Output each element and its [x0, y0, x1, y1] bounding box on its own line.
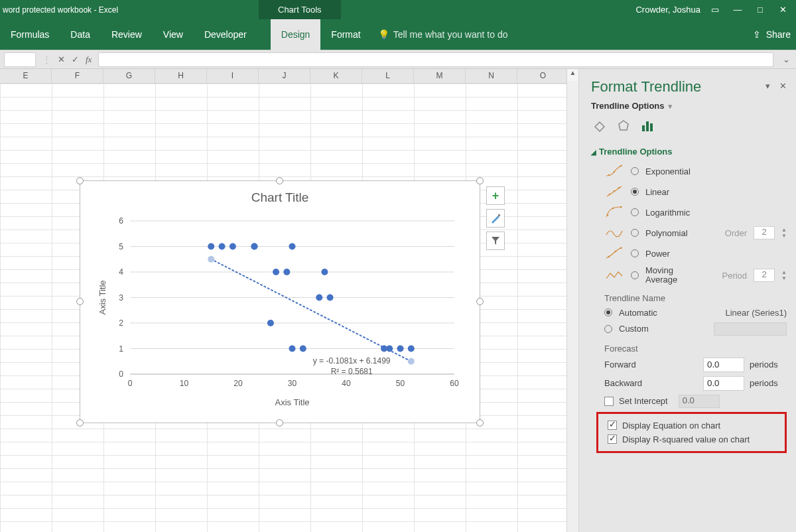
radio[interactable] — [631, 188, 639, 196]
resize-handle[interactable] — [276, 419, 283, 427]
radio[interactable] — [631, 249, 639, 257]
display-r-squared-row[interactable]: Display R-squared value on chart — [608, 434, 783, 444]
svg-text:0: 0 — [119, 369, 123, 379]
spreadsheet-grid[interactable]: EFGHIJKLMNO Chart Title + 01234560102030… — [0, 69, 566, 532]
column-header[interactable]: I — [207, 69, 259, 83]
fill-and-line-tab-icon[interactable] — [591, 117, 608, 135]
name-box[interactable] — [4, 52, 36, 67]
chart-styles-button[interactable] — [486, 209, 505, 228]
svg-point-32 — [251, 243, 257, 250]
resize-handle[interactable] — [76, 298, 84, 305]
chart-filters-button[interactable] — [486, 232, 505, 250]
intercept-value-input[interactable]: 0.0 — [679, 395, 720, 408]
share-button[interactable]: Share — [766, 29, 791, 40]
chart-title[interactable]: Chart Title — [80, 190, 480, 205]
insert-function-button[interactable]: fx — [86, 54, 92, 65]
trendline-type-linear[interactable]: Linear — [604, 184, 787, 200]
svg-point-26 — [208, 256, 214, 263]
embedded-chart[interactable]: Chart Title + 01234560102030405060Axis T… — [80, 180, 480, 423]
tab-developer[interactable]: Developer — [194, 19, 257, 50]
column-header[interactable]: G — [103, 69, 155, 83]
expand-formula-bar-icon[interactable]: ⌄ — [780, 54, 792, 64]
resize-handle[interactable] — [476, 177, 484, 184]
formula-input[interactable] — [98, 52, 773, 67]
radio[interactable] — [631, 167, 639, 175]
minimize-button[interactable]: — — [730, 0, 746, 19]
tab-data[interactable]: Data — [60, 19, 101, 50]
tab-review[interactable]: Review — [101, 19, 153, 50]
radio[interactable] — [631, 229, 639, 237]
taskpane-options-icon[interactable]: ▾ — [765, 81, 770, 91]
resize-handle[interactable] — [476, 419, 484, 427]
svg-point-43 — [386, 346, 393, 352]
backward-input[interactable] — [703, 376, 744, 391]
moving-average-period-input[interactable]: 2 — [754, 269, 775, 282]
scroll-up-icon[interactable]: ▲ — [567, 69, 578, 81]
svg-text:0: 0 — [128, 379, 133, 388]
trendline-options-section[interactable]: ◢Trendline Options — [591, 147, 787, 157]
trendline-type-moving-average[interactable]: Moving Average Period 2 ▲▼ — [604, 266, 787, 285]
checkbox[interactable] — [604, 397, 614, 406]
resize-handle[interactable] — [76, 177, 84, 184]
tab-view[interactable]: View — [153, 19, 194, 50]
display-equation-row[interactable]: Display Equation on chart — [608, 421, 783, 431]
enter-formula-icon[interactable]: ✓ — [72, 54, 79, 64]
chart-elements-button[interactable]: + — [486, 186, 505, 205]
forward-input[interactable] — [703, 358, 744, 372]
highlighted-options: Display Equation on chart Display R-squa… — [596, 412, 787, 453]
trendline-type-exponential[interactable]: Exponential — [604, 163, 787, 179]
user-name[interactable]: Crowder, Joshua — [635, 0, 700, 19]
column-header[interactable]: N — [466, 69, 517, 83]
svg-rect-51 — [650, 123, 653, 131]
checkbox[interactable] — [608, 434, 617, 444]
trendline-type-power[interactable]: Power — [604, 245, 787, 261]
custom-name-input[interactable] — [714, 322, 787, 336]
trendline-name-automatic[interactable]: Automatic Linear (Series1) — [604, 308, 787, 318]
resize-handle[interactable] — [476, 298, 484, 305]
vertical-scrollbar[interactable]: ▲ — [566, 69, 578, 532]
taskpane-selector[interactable]: Trendline Options ▼ — [591, 101, 787, 111]
column-header[interactable]: H — [155, 69, 207, 83]
radio[interactable] — [604, 308, 612, 316]
spinner-icon[interactable]: ▲▼ — [781, 227, 787, 239]
column-header[interactable]: O — [517, 69, 569, 83]
trendline-type-polynomial[interactable]: Polynomial Order 2 ▲▼ — [604, 225, 787, 241]
column-header[interactable]: M — [414, 69, 466, 83]
svg-point-44 — [397, 346, 404, 352]
cancel-formula-icon[interactable]: ✕ — [58, 54, 65, 64]
checkbox[interactable] — [608, 421, 617, 430]
column-header[interactable]: K — [310, 69, 362, 83]
radio[interactable] — [631, 208, 639, 216]
resize-handle[interactable] — [276, 177, 283, 184]
close-button[interactable]: ✕ — [775, 0, 791, 19]
svg-point-33 — [289, 243, 296, 250]
tab-format[interactable]: Format — [320, 19, 371, 50]
tab-design[interactable]: Design — [271, 19, 321, 50]
effects-tab-icon[interactable] — [615, 117, 632, 135]
trendline-options-tab-icon[interactable] — [639, 117, 656, 135]
maximize-button[interactable]: □ — [752, 0, 768, 19]
set-intercept-row[interactable]: Set Intercept 0.0 — [604, 395, 787, 408]
column-header[interactable]: E — [0, 69, 52, 83]
taskpane-close-icon[interactable]: ✕ — [779, 81, 787, 91]
trendline-type-logarithmic[interactable]: Logarithmic — [604, 204, 787, 220]
column-header[interactable]: F — [52, 69, 103, 83]
svg-text:R² = 0.5681: R² = 0.5681 — [331, 367, 373, 376]
column-header[interactable]: J — [259, 69, 310, 83]
column-header[interactable]: L — [362, 69, 414, 83]
ribbon-tabs: Formulas Data Review View Developer Desi… — [0, 19, 796, 50]
radio[interactable] — [631, 271, 639, 279]
chart-tools-label: Chart Tools — [259, 0, 341, 19]
radio[interactable] — [604, 325, 612, 333]
tell-me-search[interactable]: 💡 Tell me what you want to do — [378, 29, 508, 40]
trendline-name-custom[interactable]: Custom — [604, 322, 787, 336]
resize-handle[interactable] — [76, 419, 84, 427]
chart-plot-area[interactable]: 01234560102030405060Axis TitleAxis Title… — [94, 214, 468, 411]
svg-point-28 — [208, 243, 214, 250]
polynomial-order-input[interactable]: 2 — [754, 226, 775, 239]
forecast-label: Forecast — [604, 344, 787, 354]
ribbon-display-options-icon[interactable]: ▭ — [707, 0, 723, 19]
spinner-icon[interactable]: ▲▼ — [781, 269, 787, 281]
tab-formulas[interactable]: Formulas — [0, 19, 60, 50]
svg-text:40: 40 — [342, 379, 351, 388]
